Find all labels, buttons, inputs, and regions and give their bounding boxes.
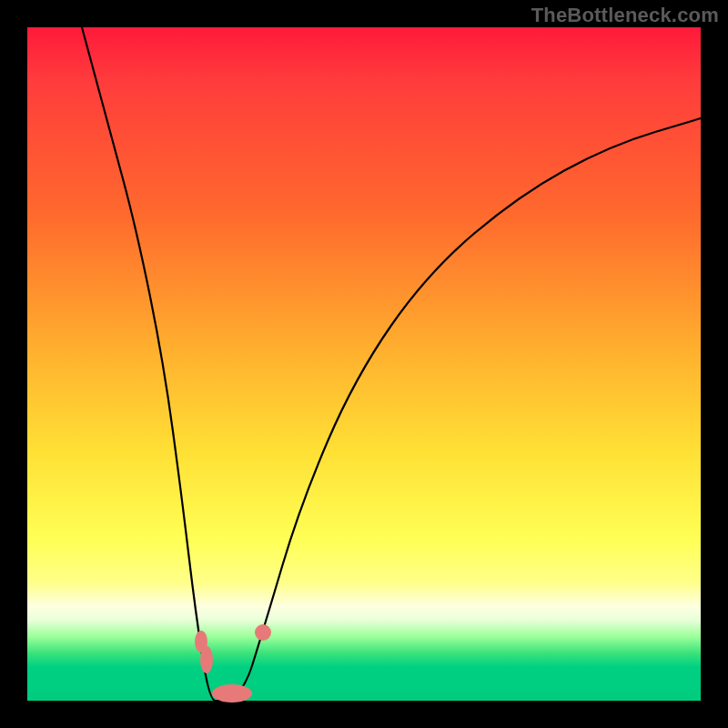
curve-svg — [27, 27, 701, 701]
marker-group — [195, 624, 271, 703]
right-arm-dot — [255, 624, 271, 641]
plot-area — [27, 27, 701, 701]
bottleneck-curve-left — [82, 27, 221, 701]
watermark-text: TheBottleneck.com — [531, 4, 719, 27]
bottleneck-curve-right — [221, 118, 701, 701]
trough-blob — [212, 684, 252, 703]
chart-frame: TheBottleneck.com — [0, 0, 728, 728]
left-arm-blob-lower — [200, 646, 213, 673]
